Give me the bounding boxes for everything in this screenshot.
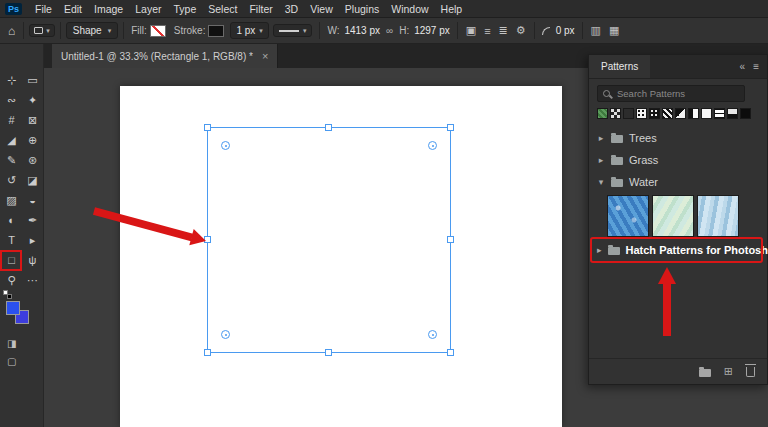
document-tab[interactable]: Untitled-1 @ 33.3% (Rectangle 1, RGB/8) … bbox=[52, 44, 278, 68]
stroke-style-select[interactable]: ▾ bbox=[273, 24, 313, 37]
close-icon[interactable]: × bbox=[262, 50, 268, 62]
pattern-group-trees[interactable]: ▸Trees bbox=[589, 127, 767, 149]
history-brush-tool[interactable]: ↺ bbox=[1, 170, 22, 190]
edit-toolbar-icon[interactable]: ⋯ bbox=[22, 270, 43, 290]
water-pattern-pale-green[interactable] bbox=[652, 195, 694, 237]
dodge-tool[interactable]: ◐ bbox=[1, 210, 22, 230]
corner-radius-widget[interactable] bbox=[221, 330, 230, 339]
stroke-swatch[interactable] bbox=[208, 25, 224, 37]
healing-brush-tool[interactable]: ⊕ bbox=[22, 130, 43, 150]
search-input[interactable] bbox=[615, 87, 739, 100]
menu-file[interactable]: File bbox=[29, 0, 58, 18]
pattern-swatch-diag-split[interactable] bbox=[675, 108, 686, 119]
handle-middle-left[interactable] bbox=[204, 236, 211, 243]
pattern-swatch-horiz-split[interactable] bbox=[727, 108, 738, 119]
pattern-swatch-vert-split[interactable] bbox=[688, 108, 699, 119]
pattern-swatch-crosshatch[interactable] bbox=[714, 108, 725, 119]
handle-bottom-right[interactable] bbox=[447, 349, 454, 356]
handle-top-left[interactable] bbox=[204, 124, 211, 131]
handle-bottom-middle[interactable] bbox=[325, 349, 332, 356]
disclosure-icon[interactable]: ▸ bbox=[597, 245, 602, 255]
pattern-group-water[interactable]: ▾Water bbox=[589, 171, 767, 193]
collapse-panels-icon[interactable]: « bbox=[740, 61, 746, 72]
new-pattern-icon[interactable]: ⊞ bbox=[724, 366, 733, 377]
corner-radius-widget[interactable] bbox=[428, 330, 437, 339]
pattern-swatch-diag-stripes[interactable] bbox=[662, 108, 673, 119]
menu-3d[interactable]: 3D bbox=[279, 0, 304, 18]
rectangle-tool[interactable]: □ bbox=[1, 250, 22, 270]
panel-menu-icon[interactable]: ≡ bbox=[753, 61, 759, 72]
corner-radius-widget[interactable] bbox=[428, 141, 437, 150]
corner-radius-input[interactable]: 0 px bbox=[554, 25, 577, 36]
stroke-width-input[interactable]: 1 px ▾ bbox=[230, 22, 268, 39]
rectangle-shape[interactable] bbox=[207, 127, 451, 353]
fill-swatch[interactable] bbox=[150, 25, 166, 37]
disclosure-icon[interactable]: ▸ bbox=[597, 133, 605, 143]
pattern-search[interactable] bbox=[597, 85, 745, 102]
workspace-grid-icon[interactable]: ▦ bbox=[609, 24, 619, 37]
disclosure-icon[interactable]: ▸ bbox=[597, 155, 605, 165]
pattern-swatch-green[interactable] bbox=[597, 108, 608, 119]
path-selection-tool[interactable]: ▸ bbox=[22, 230, 43, 250]
pen-tool[interactable]: ✒ bbox=[22, 210, 43, 230]
foreground-color-swatch[interactable] bbox=[6, 301, 20, 315]
blur-tool[interactable]: ◒ bbox=[22, 190, 43, 210]
corner-radius-widget[interactable] bbox=[221, 141, 230, 150]
quick-selection-tool[interactable]: ✦ bbox=[22, 90, 43, 110]
water-pattern-light-blue[interactable] bbox=[697, 195, 739, 237]
clone-stamp-tool[interactable]: ⊛ bbox=[22, 150, 43, 170]
link-dimensions-icon[interactable]: ∞ bbox=[382, 25, 397, 36]
menu-type[interactable]: Type bbox=[167, 0, 202, 18]
menu-help[interactable]: Help bbox=[435, 0, 469, 18]
menu-layer[interactable]: Layer bbox=[129, 0, 167, 18]
pattern-swatch-dark[interactable] bbox=[623, 108, 634, 119]
pattern-swatch-white[interactable] bbox=[701, 108, 712, 119]
canvas[interactable] bbox=[120, 86, 562, 427]
eraser-tool[interactable]: ◪ bbox=[22, 170, 43, 190]
marquee-tool[interactable]: ▭ bbox=[22, 70, 43, 90]
home-icon[interactable]: ⌂ bbox=[5, 25, 18, 37]
pattern-group-hatch-patterns-for-photoshop[interactable]: ▸Hatch Patterns for Photoshop bbox=[589, 239, 767, 261]
gradient-tool[interactable]: ▨ bbox=[1, 190, 22, 210]
path-arrangement-icon[interactable]: ≣ bbox=[499, 24, 508, 37]
trash-icon[interactable] bbox=[746, 367, 755, 377]
handle-bottom-left[interactable] bbox=[204, 349, 211, 356]
constrain-icon[interactable]: ▥ bbox=[591, 24, 601, 37]
crop-tool[interactable]: # bbox=[1, 110, 22, 130]
menu-window[interactable]: Window bbox=[385, 0, 434, 18]
pattern-swatch-black-dots[interactable] bbox=[649, 108, 660, 119]
menu-select[interactable]: Select bbox=[202, 0, 243, 18]
handle-top-middle[interactable] bbox=[325, 124, 332, 131]
menu-image[interactable]: Image bbox=[88, 0, 129, 18]
pattern-swatch-checker[interactable] bbox=[610, 108, 621, 119]
pattern-swatch-white-dots[interactable] bbox=[636, 108, 647, 119]
disclosure-icon[interactable]: ▾ bbox=[597, 177, 605, 187]
frame-tool[interactable]: ⊠ bbox=[22, 110, 43, 130]
gear-icon[interactable]: ⚙ bbox=[516, 24, 526, 37]
tool-preset-picker[interactable]: ▾ bbox=[29, 24, 55, 37]
eyedropper-tool[interactable]: ◢ bbox=[1, 130, 22, 150]
menu-view[interactable]: View bbox=[304, 0, 339, 18]
pattern-group-grass[interactable]: ▸Grass bbox=[589, 149, 767, 171]
menu-plugins[interactable]: Plugins bbox=[339, 0, 385, 18]
pattern-swatch-black[interactable] bbox=[740, 108, 751, 119]
tool-mode-select[interactable]: Shape ▾ bbox=[66, 22, 118, 39]
hand-tool[interactable]: ψ bbox=[22, 250, 43, 270]
width-input[interactable]: 1413 px bbox=[342, 25, 382, 36]
height-input[interactable]: 1297 px bbox=[412, 25, 452, 36]
zoom-tool[interactable]: ⚲ bbox=[1, 270, 22, 290]
handle-top-right[interactable] bbox=[447, 124, 454, 131]
brush-tool[interactable]: ✎ bbox=[1, 150, 22, 170]
screen-mode-icon[interactable]: ▢ bbox=[7, 356, 16, 367]
move-tool[interactable]: ⊹ bbox=[1, 70, 22, 90]
path-alignment-icon[interactable]: ≡ bbox=[484, 25, 490, 37]
type-tool[interactable]: T bbox=[1, 230, 22, 250]
handle-middle-right[interactable] bbox=[447, 236, 454, 243]
menu-edit[interactable]: Edit bbox=[58, 0, 88, 18]
default-colors-icon[interactable] bbox=[3, 290, 13, 300]
lasso-tool[interactable]: ∾ bbox=[1, 90, 22, 110]
quick-mask-icon[interactable]: ◨ bbox=[7, 338, 16, 349]
path-operations-icon[interactable]: ▣ bbox=[466, 24, 476, 37]
new-group-icon[interactable] bbox=[699, 369, 711, 377]
water-pattern-blue[interactable] bbox=[607, 195, 649, 237]
